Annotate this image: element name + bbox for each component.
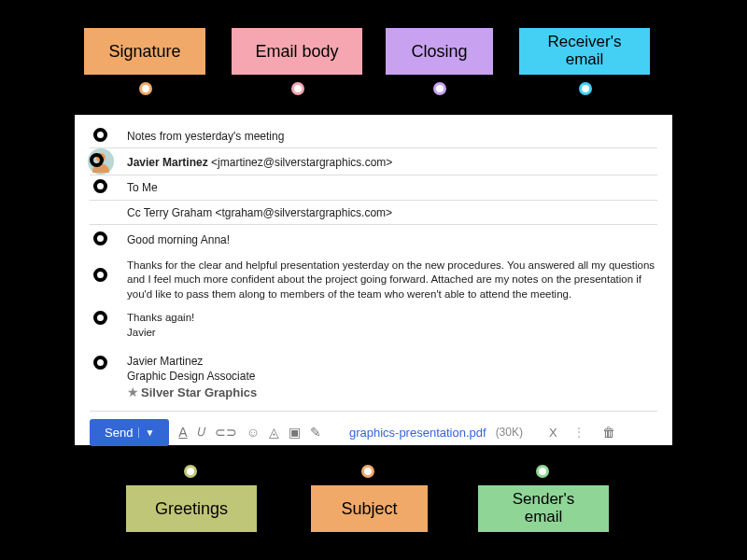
attach-icon[interactable]: 𝘜: [197, 425, 205, 440]
cc-email: <tgraham@silverstargraphics.com>: [215, 206, 392, 219]
marker-to: [93, 179, 107, 193]
compose-toolbar: Send ▼ A 𝘜 ⊂⊃ ☺ ◬ ▣ ✎ graphics-presentat…: [90, 411, 657, 446]
connector-greetings: [184, 465, 197, 478]
connector-subject: [361, 465, 374, 478]
label-email-body[interactable]: Email body: [232, 28, 362, 75]
image-icon[interactable]: ▣: [289, 425, 301, 440]
star-icon: ★: [127, 385, 139, 399]
label-receivers-email-text: Receiver's email: [534, 34, 635, 68]
marker-body: [93, 268, 107, 282]
attachment-name[interactable]: graphics-presentation.pdf: [349, 426, 486, 440]
marker-signature: [93, 356, 107, 370]
trash-icon[interactable]: 🗑: [602, 425, 615, 440]
link-icon[interactable]: ⊂⊃: [215, 425, 237, 440]
greeting-line: Good morning Anna!: [90, 225, 657, 251]
drive-icon[interactable]: ◬: [269, 425, 279, 440]
email-panel: Notes from yesterday's meeting Javier Ma…: [75, 115, 672, 445]
closing-block: Thanks again! Javier: [90, 307, 657, 345]
marker-closing: [93, 311, 107, 325]
emoji-icon[interactable]: ☺: [247, 425, 260, 440]
connector-closing: [433, 82, 446, 95]
cc-label: Cc Terry Graham: [127, 206, 212, 219]
from-line: Javier Martinez <jmartinez@silverstargra…: [90, 148, 657, 175]
attachment-size: (30K): [496, 426, 523, 439]
send-dropdown-icon[interactable]: ▼: [138, 427, 154, 438]
to-text: To Me: [127, 181, 158, 194]
body-block: Thanks for the clear and helpful present…: [90, 251, 657, 308]
more-icon[interactable]: ✎: [310, 425, 321, 440]
sig-title: Graphic Design Associate: [127, 370, 255, 383]
sig-name: Javier Martinez: [127, 355, 203, 368]
connector-email-body: [291, 82, 304, 95]
connector-signature: [139, 82, 152, 95]
attachment-remove-icon[interactable]: X: [549, 426, 557, 440]
closing-thanks: Thanks again!: [127, 312, 194, 323]
body-text: Thanks for the clear and helpful present…: [127, 259, 655, 300]
label-greetings[interactable]: Greetings: [126, 485, 257, 532]
label-signature[interactable]: Signature: [84, 28, 205, 75]
label-receivers-email[interactable]: Receiver's email: [519, 28, 650, 75]
send-label: Send: [105, 426, 133, 440]
separator: ⋮: [572, 425, 585, 440]
marker-greeting: [93, 231, 107, 245]
label-subject[interactable]: Subject: [311, 485, 428, 532]
closing-name: Javier: [127, 327, 156, 338]
subject-text: Notes from yesterday's meeting: [127, 130, 284, 143]
greeting-text: Good morning Anna!: [127, 233, 230, 246]
connector-receivers-email: [579, 82, 592, 95]
signature-block: Javier Martinez Graphic Design Associate…: [90, 346, 657, 405]
from-email: <jmartinez@silverstargraphics.com>: [211, 156, 392, 169]
sig-company: Silver Star Graphics: [141, 385, 257, 399]
connector-senders-email: [536, 465, 549, 478]
label-senders-email[interactable]: Sender's email: [478, 485, 609, 532]
to-line: To Me: [90, 175, 657, 200]
cc-line: Cc Terry Graham <tgraham@silverstargraph…: [90, 201, 657, 225]
from-name: Javier Martinez: [127, 156, 208, 169]
subject-line: Notes from yesterday's meeting: [90, 124, 657, 148]
label-senders-email-text: Sender's email: [493, 491, 594, 525]
send-button[interactable]: Send ▼: [90, 419, 169, 446]
label-closing[interactable]: Closing: [386, 28, 493, 75]
marker-subject: [93, 128, 107, 142]
format-icon[interactable]: A: [178, 425, 187, 440]
